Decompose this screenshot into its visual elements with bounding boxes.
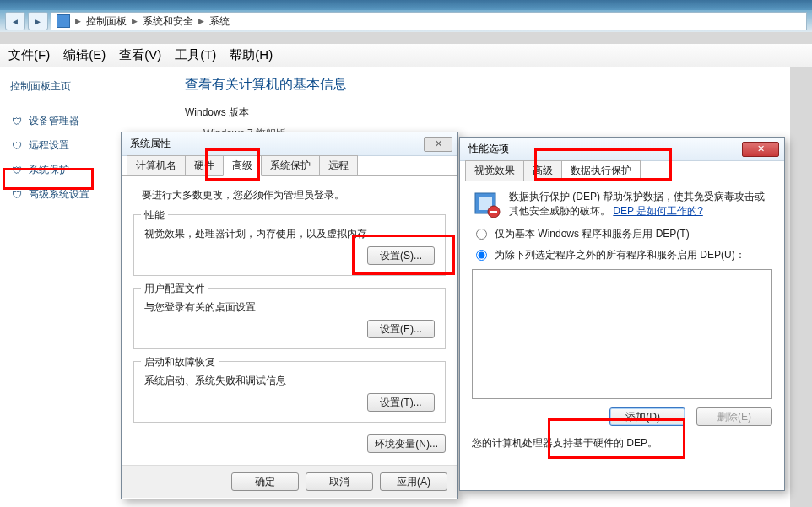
startup-recovery-desc: 系统启动、系统失败和调试信息: [144, 374, 435, 388]
dep-radio-basic-label: 仅为基本 Windows 程序和服务启用 DEP(T): [495, 227, 690, 241]
startup-recovery-group: 启动和故障恢复 系统启动、系统失败和调试信息 设置(T)...: [133, 361, 446, 423]
dialog-titlebar[interactable]: 系统属性 ✕: [122, 132, 457, 156]
dep-add-button[interactable]: 添加(D)...: [609, 407, 685, 426]
apply-button[interactable]: 应用(A): [380, 472, 447, 491]
user-profiles-group: 用户配置文件 与您登录有关的桌面设置 设置(E)...: [133, 288, 446, 349]
menubar: 文件(F) 编辑(E) 查看(V) 工具(T) 帮助(H): [0, 44, 812, 67]
tab-strip: 视觉效果 高级 数据执行保护: [460, 161, 784, 181]
sidebar-item-label: 高级系统设置: [29, 187, 89, 202]
dep-remove-button: 删除(E): [696, 407, 772, 426]
admin-note: 要进行大多数更改，您必须作为管理员登录。: [142, 188, 446, 202]
dialog-titlebar[interactable]: 性能选项 ✕: [460, 138, 784, 161]
close-button[interactable]: ✕: [424, 137, 452, 152]
shield-icon: 🛡: [10, 115, 24, 128]
close-button[interactable]: ✕: [742, 142, 779, 157]
sidebar-home-link[interactable]: 控制面板主页: [10, 79, 154, 94]
tab-strip: 计算机名 硬件 高级 系统保护 远程: [122, 156, 457, 176]
dialog-body: 数据执行保护 (DEP) 帮助保护数据，使其免受病毒攻击或其他安全威胁的破坏。 …: [460, 181, 784, 462]
dep-radio-all[interactable]: 为除下列选定程序之外的所有程序和服务启用 DEP(U)：: [472, 248, 772, 262]
control-panel-icon: [57, 14, 70, 28]
performance-options-dialog: 性能选项 ✕ 视觉效果 高级 数据执行保护 数据执行保护 (DEP) 帮助保护数…: [459, 137, 785, 491]
menu-edit[interactable]: 编辑(E): [63, 47, 106, 63]
chevron-right-icon: ▶: [75, 17, 81, 25]
tab-remote[interactable]: 远程: [319, 155, 358, 175]
address-bar-row: ◄ ► ▶ 控制面板 ▶ 系统和安全 ▶ 系统: [0, 10, 812, 32]
shield-icon: 🛡: [10, 164, 24, 177]
page-title: 查看有关计算机的基本信息: [185, 76, 770, 94]
environment-variables-button[interactable]: 环境变量(N)...: [367, 434, 446, 453]
dep-chip-icon: [472, 190, 502, 220]
tab-system-protection[interactable]: 系统保护: [261, 155, 320, 175]
windows-edition-label: Windows 版本: [185, 105, 770, 120]
tab-hardware[interactable]: 硬件: [185, 155, 224, 175]
tab-computer-name[interactable]: 计算机名: [127, 155, 186, 175]
menu-file[interactable]: 文件(F): [8, 47, 50, 63]
dep-description: 数据执行保护 (DEP) 帮助保护数据，使其免受病毒攻击或其他安全威胁的破坏。 …: [509, 190, 772, 218]
tab-visual-effects[interactable]: 视觉效果: [465, 160, 524, 181]
sidebar-item-label: 远程设置: [29, 138, 69, 153]
chevron-right-icon: ▶: [198, 17, 204, 25]
shield-icon: 🛡: [10, 139, 24, 153]
menu-help[interactable]: 帮助(H): [230, 47, 273, 63]
nav-back-button[interactable]: ◄: [5, 12, 25, 30]
cancel-button[interactable]: 取消: [306, 472, 373, 491]
breadcrumb[interactable]: ▶ 控制面板 ▶ 系统和安全 ▶ 系统: [51, 12, 807, 30]
breadcrumb-item[interactable]: 控制面板: [86, 14, 127, 29]
group-legend: 用户配置文件: [141, 282, 208, 296]
performance-desc: 视觉效果，处理器计划，内存使用，以及虚拟内存: [144, 227, 435, 241]
dep-radio-all-label: 为除下列选定程序之外的所有程序和服务启用 DEP(U)：: [495, 248, 745, 262]
sidebar-item-device-manager[interactable]: 🛡 设备管理器: [10, 109, 154, 133]
window-titlebar: [0, 0, 812, 10]
dep-radio-all-input[interactable]: [476, 250, 487, 261]
user-profiles-settings-button[interactable]: 设置(E)...: [367, 320, 435, 338]
dialog-body: 要进行大多数更改，您必须作为管理员登录。 性能 视觉效果，处理器计划，内存使用，…: [122, 176, 457, 465]
nav-forward-button[interactable]: ►: [28, 12, 48, 30]
dialog-footer: 确定 取消 应用(A): [122, 465, 457, 498]
dep-hardware-note: 您的计算机处理器支持基于硬件的 DEP。: [472, 436, 772, 450]
system-properties-dialog: 系统属性 ✕ 计算机名 硬件 高级 系统保护 远程 要进行大多数更改，您必须作为…: [121, 132, 458, 499]
dep-radio-basic[interactable]: 仅为基本 Windows 程序和服务启用 DEP(T): [472, 227, 772, 241]
startup-recovery-settings-button[interactable]: 设置(T)...: [367, 393, 435, 412]
dep-exclusion-listbox[interactable]: [472, 269, 772, 399]
chevron-right-icon: ▶: [132, 17, 138, 25]
svg-rect-3: [490, 211, 497, 213]
user-profiles-desc: 与您登录有关的桌面设置: [144, 300, 435, 315]
ok-button[interactable]: 确定: [231, 472, 299, 491]
menu-view[interactable]: 查看(V): [119, 47, 161, 63]
dep-radio-basic-input[interactable]: [476, 229, 487, 240]
tab-advanced[interactable]: 高级: [523, 160, 562, 181]
breadcrumb-item[interactable]: 系统: [209, 14, 230, 29]
shield-icon: 🛡: [10, 188, 24, 202]
sidebar-item-label: 设备管理器: [29, 114, 79, 128]
performance-group: 性能 视觉效果，处理器计划，内存使用，以及虚拟内存 设置(S)...: [133, 214, 446, 276]
group-legend: 启动和故障恢复: [141, 355, 219, 369]
performance-settings-button[interactable]: 设置(S)...: [367, 246, 435, 265]
dialog-title: 系统属性: [130, 137, 171, 151]
group-legend: 性能: [141, 208, 168, 223]
tab-advanced[interactable]: 高级: [223, 155, 262, 176]
menu-tools[interactable]: 工具(T): [175, 47, 216, 63]
dialog-title: 性能选项: [468, 142, 509, 156]
dep-how-link[interactable]: DEP 是如何工作的?: [613, 205, 702, 217]
sidebar-item-label: 系统保护: [29, 163, 69, 177]
tab-dep[interactable]: 数据执行保护: [561, 160, 641, 181]
breadcrumb-item[interactable]: 系统和安全: [143, 14, 193, 29]
